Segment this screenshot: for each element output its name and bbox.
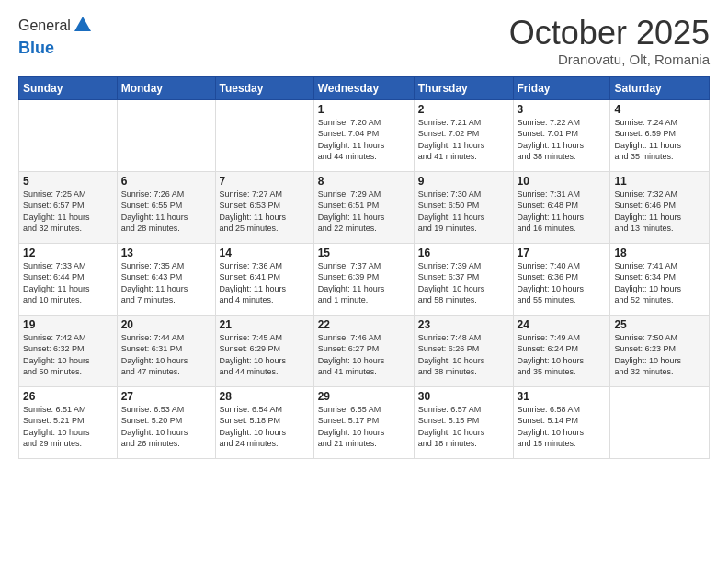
calendar-cell: 14Sunrise: 7:36 AM Sunset: 6:41 PM Dayli…: [215, 243, 313, 315]
day-number: 11: [614, 175, 705, 188]
day-info: Sunrise: 7:44 AM Sunset: 6:31 PM Dayligh…: [121, 332, 211, 378]
week-row-0: 1Sunrise: 7:20 AM Sunset: 7:04 PM Daylig…: [19, 99, 710, 171]
calendar-cell: 6Sunrise: 7:26 AM Sunset: 6:55 PM Daylig…: [117, 171, 215, 243]
day-info: Sunrise: 7:39 AM Sunset: 6:37 PM Dayligh…: [418, 260, 509, 306]
calendar-cell: 8Sunrise: 7:29 AM Sunset: 6:51 PM Daylig…: [313, 171, 414, 243]
day-number: 25: [614, 318, 705, 331]
day-number: 26: [23, 390, 113, 403]
day-number: 27: [121, 390, 211, 403]
weekday-header-tuesday: Tuesday: [215, 76, 313, 99]
day-info: Sunrise: 7:24 AM Sunset: 6:59 PM Dayligh…: [614, 117, 705, 163]
day-number: 14: [220, 247, 310, 259]
calendar-cell: 2Sunrise: 7:21 AM Sunset: 7:02 PM Daylig…: [414, 99, 513, 171]
logo-text: General: [18, 15, 93, 39]
day-info: Sunrise: 7:21 AM Sunset: 7:02 PM Dayligh…: [418, 117, 509, 163]
calendar-cell: 31Sunrise: 6:58 AM Sunset: 5:14 PM Dayli…: [513, 386, 610, 458]
calendar-cell: 22Sunrise: 7:46 AM Sunset: 6:27 PM Dayli…: [313, 315, 414, 386]
calendar-cell: 23Sunrise: 7:48 AM Sunset: 6:26 PM Dayli…: [414, 315, 513, 386]
day-number: 22: [318, 318, 410, 331]
weekday-header-monday: Monday: [117, 76, 215, 99]
day-info: Sunrise: 7:29 AM Sunset: 6:51 PM Dayligh…: [318, 189, 410, 235]
day-number: 9: [418, 175, 509, 188]
calendar-cell: 17Sunrise: 7:40 AM Sunset: 6:36 PM Dayli…: [513, 243, 610, 315]
calendar-cell: 30Sunrise: 6:57 AM Sunset: 5:15 PM Dayli…: [414, 386, 513, 458]
day-number: 21: [220, 318, 310, 331]
day-info: Sunrise: 6:55 AM Sunset: 5:17 PM Dayligh…: [318, 404, 410, 450]
header: General Blue October 2025 Dranovatu, Olt…: [18, 15, 710, 67]
page: General Blue October 2025 Dranovatu, Olt…: [0, 0, 728, 563]
calendar-cell: 29Sunrise: 6:55 AM Sunset: 5:17 PM Dayli…: [313, 386, 414, 458]
calendar-cell: 7Sunrise: 7:27 AM Sunset: 6:53 PM Daylig…: [215, 171, 313, 243]
day-number: 17: [518, 247, 607, 259]
calendar-cell: 24Sunrise: 7:49 AM Sunset: 6:24 PM Dayli…: [513, 315, 610, 386]
weekday-header-sunday: Sunday: [19, 76, 118, 99]
day-info: Sunrise: 7:22 AM Sunset: 7:01 PM Dayligh…: [518, 117, 607, 163]
logo-icon: [73, 15, 93, 39]
day-info: Sunrise: 7:33 AM Sunset: 6:44 PM Dayligh…: [23, 260, 113, 306]
day-number: 24: [518, 318, 607, 331]
location: Dranovatu, Olt, Romania: [509, 52, 710, 67]
calendar-cell: 1Sunrise: 7:20 AM Sunset: 7:04 PM Daylig…: [313, 99, 414, 171]
day-info: Sunrise: 6:51 AM Sunset: 5:21 PM Dayligh…: [23, 404, 113, 450]
day-number: 1: [318, 103, 410, 116]
day-info: Sunrise: 7:41 AM Sunset: 6:34 PM Dayligh…: [614, 260, 705, 306]
calendar-cell: 9Sunrise: 7:30 AM Sunset: 6:50 PM Daylig…: [414, 171, 513, 243]
day-number: 29: [318, 390, 410, 403]
calendar-cell: 25Sunrise: 7:50 AM Sunset: 6:23 PM Dayli…: [610, 315, 710, 386]
day-info: Sunrise: 6:57 AM Sunset: 5:15 PM Dayligh…: [418, 404, 509, 450]
weekday-header-thursday: Thursday: [414, 76, 513, 99]
day-number: 30: [418, 390, 509, 403]
logo-blue: Blue: [18, 39, 54, 57]
day-info: Sunrise: 7:31 AM Sunset: 6:48 PM Dayligh…: [518, 189, 607, 235]
calendar-cell: [19, 99, 118, 171]
calendar-cell: 27Sunrise: 6:53 AM Sunset: 5:20 PM Dayli…: [117, 386, 215, 458]
calendar-cell: 26Sunrise: 6:51 AM Sunset: 5:21 PM Dayli…: [19, 386, 118, 458]
logo-general: General: [18, 17, 71, 33]
day-info: Sunrise: 7:46 AM Sunset: 6:27 PM Dayligh…: [318, 332, 410, 378]
day-info: Sunrise: 7:50 AM Sunset: 6:23 PM Dayligh…: [614, 332, 705, 378]
day-number: 2: [418, 103, 509, 116]
day-number: 6: [121, 175, 211, 188]
calendar-cell: [215, 99, 313, 171]
week-row-1: 5Sunrise: 7:25 AM Sunset: 6:57 PM Daylig…: [19, 171, 710, 243]
calendar-cell: 5Sunrise: 7:25 AM Sunset: 6:57 PM Daylig…: [19, 171, 118, 243]
day-number: 28: [220, 390, 310, 403]
calendar-cell: 21Sunrise: 7:45 AM Sunset: 6:29 PM Dayli…: [215, 315, 313, 386]
day-info: Sunrise: 7:45 AM Sunset: 6:29 PM Dayligh…: [220, 332, 310, 378]
day-number: 23: [418, 318, 509, 331]
day-info: Sunrise: 7:26 AM Sunset: 6:55 PM Dayligh…: [121, 189, 211, 235]
calendar-cell: 11Sunrise: 7:32 AM Sunset: 6:46 PM Dayli…: [610, 171, 710, 243]
day-info: Sunrise: 7:32 AM Sunset: 6:46 PM Dayligh…: [614, 189, 705, 235]
day-number: 3: [518, 103, 607, 116]
week-row-3: 19Sunrise: 7:42 AM Sunset: 6:32 PM Dayli…: [19, 315, 710, 386]
day-info: Sunrise: 7:36 AM Sunset: 6:41 PM Dayligh…: [220, 260, 310, 306]
day-info: Sunrise: 7:25 AM Sunset: 6:57 PM Dayligh…: [23, 189, 113, 235]
day-number: 15: [318, 247, 410, 259]
day-number: 16: [418, 247, 509, 259]
week-row-2: 12Sunrise: 7:33 AM Sunset: 6:44 PM Dayli…: [19, 243, 710, 315]
day-info: Sunrise: 7:42 AM Sunset: 6:32 PM Dayligh…: [23, 332, 113, 378]
calendar-cell: 13Sunrise: 7:35 AM Sunset: 6:43 PM Dayli…: [117, 243, 215, 315]
day-number: 8: [318, 175, 410, 188]
week-row-4: 26Sunrise: 6:51 AM Sunset: 5:21 PM Dayli…: [19, 386, 710, 458]
day-info: Sunrise: 7:37 AM Sunset: 6:39 PM Dayligh…: [318, 260, 410, 306]
weekday-header-row: SundayMondayTuesdayWednesdayThursdayFrid…: [19, 76, 710, 99]
calendar-cell: [610, 386, 710, 458]
calendar-cell: 19Sunrise: 7:42 AM Sunset: 6:32 PM Dayli…: [19, 315, 118, 386]
day-info: Sunrise: 7:49 AM Sunset: 6:24 PM Dayligh…: [518, 332, 607, 378]
day-number: 19: [23, 318, 113, 331]
day-info: Sunrise: 6:54 AM Sunset: 5:18 PM Dayligh…: [220, 404, 310, 450]
calendar-cell: 15Sunrise: 7:37 AM Sunset: 6:39 PM Dayli…: [313, 243, 414, 315]
day-number: 20: [121, 318, 211, 331]
day-number: 4: [614, 103, 705, 116]
day-number: 31: [518, 390, 607, 403]
weekday-header-friday: Friday: [513, 76, 610, 99]
month-title: October 2025: [509, 15, 710, 52]
calendar-cell: 18Sunrise: 7:41 AM Sunset: 6:34 PM Dayli…: [610, 243, 710, 315]
calendar-cell: 4Sunrise: 7:24 AM Sunset: 6:59 PM Daylig…: [610, 99, 710, 171]
day-number: 7: [220, 175, 310, 188]
weekday-header-wednesday: Wednesday: [313, 76, 414, 99]
day-info: Sunrise: 6:53 AM Sunset: 5:20 PM Dayligh…: [121, 404, 211, 450]
weekday-header-saturday: Saturday: [610, 76, 710, 99]
calendar-cell: 20Sunrise: 7:44 AM Sunset: 6:31 PM Dayli…: [117, 315, 215, 386]
